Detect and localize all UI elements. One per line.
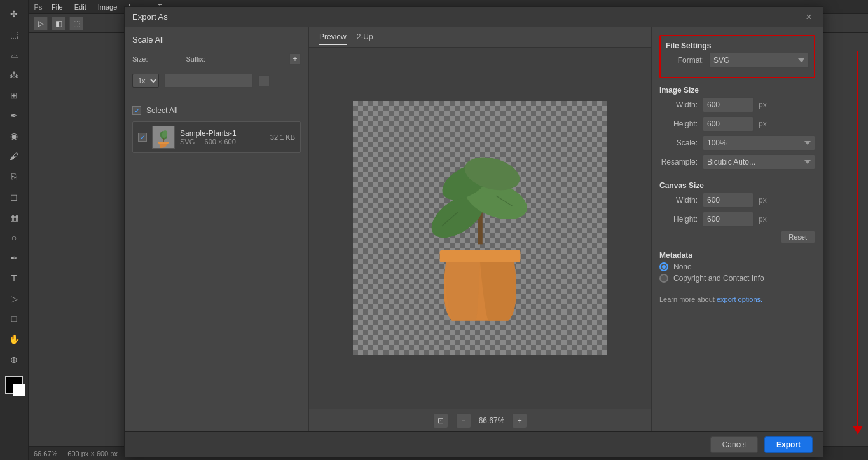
scale-dropdown[interactable]: 1x xyxy=(132,74,159,88)
image-size-section: Image Size Width: 600 px Height: 600 px … xyxy=(659,86,815,173)
crop-tool[interactable]: ⊞ xyxy=(4,86,24,104)
image-height-input[interactable]: 600 xyxy=(703,116,754,132)
lasso-tool[interactable]: ⌓ xyxy=(4,46,24,64)
svg-rect-12 xyxy=(440,250,521,262)
pen-tool[interactable]: ✒ xyxy=(4,249,24,267)
metadata-title: Metadata xyxy=(659,251,815,260)
suffix-input[interactable] xyxy=(164,74,253,88)
shape-tool[interactable]: □ xyxy=(4,310,24,328)
file-thumb-svg xyxy=(153,126,174,148)
zoom-tool[interactable]: ⊕ xyxy=(4,351,24,369)
format-label: Format: xyxy=(666,56,704,65)
format-dropdown[interactable]: SVG xyxy=(709,53,809,68)
gradient-tool[interactable]: ▦ xyxy=(4,208,24,226)
scroll-arrow-head xyxy=(853,426,863,435)
file-size: 32.1 KB xyxy=(270,133,295,141)
dialog-titlebar: Export As × xyxy=(125,7,823,27)
menu-file[interactable]: File xyxy=(46,2,68,12)
checker-background xyxy=(353,101,607,355)
metadata-none-radio[interactable] xyxy=(659,262,668,271)
resample-label: Resample: xyxy=(659,158,698,166)
file-settings-title: File Settings xyxy=(666,41,809,50)
add-scale-button[interactable]: + xyxy=(289,53,301,65)
dodge-tool[interactable]: ○ xyxy=(4,229,24,247)
format-row: Format: SVG xyxy=(666,53,809,68)
canvas-width-unit: px xyxy=(759,196,767,205)
image-height-label: Height: xyxy=(659,119,698,128)
tab-preview[interactable]: Preview xyxy=(319,30,347,45)
scale-row: Scale: 100% xyxy=(659,135,815,151)
radio-inner xyxy=(662,265,666,269)
file-dimensions: 600 × 600 xyxy=(205,138,236,145)
canvas-height-row: Height: px xyxy=(659,212,815,227)
canvas-size-section: Canvas Size Width: px Height: px Reset xyxy=(659,181,815,243)
path-select-tool[interactable]: ▷ xyxy=(4,290,24,308)
right-panel: File Settings Format: SVG Image Size Wid… xyxy=(651,27,823,431)
cancel-button[interactable]: Cancel xyxy=(710,436,758,453)
size-row: 1x − xyxy=(132,74,301,88)
metadata-copyright-radio[interactable] xyxy=(659,274,668,283)
resample-dropdown[interactable]: Bicubic Auto... xyxy=(703,154,815,170)
suffix-label: Suffix: xyxy=(186,55,205,63)
spot-heal-tool[interactable]: ◉ xyxy=(4,127,24,145)
hand-tool[interactable]: ✋ xyxy=(4,330,24,348)
canvas-height-label: Height: xyxy=(659,215,698,224)
scale-dropdown-right[interactable]: 100% xyxy=(703,135,815,151)
magic-wand-tool[interactable]: ⁂ xyxy=(4,66,24,84)
clone-tool[interactable]: ⎘ xyxy=(4,168,24,186)
image-width-label: Width: xyxy=(659,100,698,109)
file-format: SVG xyxy=(180,138,195,145)
svg-rect-4 xyxy=(158,142,169,144)
move-tool[interactable]: ✣ xyxy=(4,5,24,23)
file-info: Sample-Plants-1 SVG 600 × 600 xyxy=(180,129,265,145)
export-as-dialog: Export As × Scale All Size: Suffix: + 1x xyxy=(124,6,823,457)
menu-edit[interactable]: Edit xyxy=(69,2,92,12)
canvas-dimensions: 600 px × 600 px xyxy=(67,450,118,457)
dialog-footer: Cancel Export xyxy=(125,431,823,457)
options-icon: ▷ xyxy=(34,17,48,30)
brush-tool[interactable]: 🖌 xyxy=(4,147,24,165)
zoom-percent: 66.67% xyxy=(479,416,505,425)
eyedropper-tool[interactable]: ✒ xyxy=(4,107,24,125)
metadata-section: Metadata None Copyright and Contact Info xyxy=(659,251,815,285)
dialog-body: Scale All Size: Suffix: + 1x − xyxy=(125,27,823,431)
zoom-out-button[interactable]: − xyxy=(456,413,471,428)
zoom-level: 66.67% xyxy=(34,450,57,457)
export-button[interactable]: Export xyxy=(764,436,813,453)
options-icon-3: ⬚ xyxy=(69,17,83,30)
learn-more-section: Learn more about export options. xyxy=(659,295,815,303)
export-options-link[interactable]: export options. xyxy=(717,295,762,303)
select-all-checkbox[interactable]: ✓ xyxy=(132,106,141,115)
canvas-width-input[interactable] xyxy=(703,193,754,208)
file-item[interactable]: ✓ Sample-Pl xyxy=(132,121,301,153)
fit-to-screen-button[interactable]: ⊡ xyxy=(433,413,448,428)
learn-more-text: Learn more about xyxy=(659,295,715,303)
tab-2up[interactable]: 2-Up xyxy=(357,30,373,45)
type-tool[interactable]: T xyxy=(4,269,24,287)
file-checkbox[interactable]: ✓ xyxy=(138,133,147,142)
menu-image[interactable]: Image xyxy=(93,2,123,12)
image-width-input[interactable]: 600 xyxy=(703,97,754,112)
canvas-width-row: Width: px xyxy=(659,193,815,208)
size-suffix-header: Size: Suffix: + xyxy=(132,53,301,65)
select-all-row: ✓ Select All xyxy=(132,106,301,115)
reset-button[interactable]: Reset xyxy=(780,231,815,243)
preview-tabs: Preview 2-Up xyxy=(309,27,651,48)
image-height-unit: px xyxy=(759,119,767,128)
foreground-color[interactable] xyxy=(5,376,23,394)
dialog-close-button[interactable]: × xyxy=(803,11,815,24)
selection-tool[interactable]: ⬚ xyxy=(4,25,24,43)
left-toolbar: ✣ ⬚ ⌓ ⁂ ⊞ ✒ ◉ 🖌 ⎘ ◻ ▦ ○ ✒ T ▷ □ ✋ ⊕ xyxy=(0,0,29,460)
image-width-unit: px xyxy=(759,100,767,109)
delete-scale-button[interactable]: − xyxy=(258,75,270,86)
metadata-copyright-row: Copyright and Contact Info xyxy=(659,274,815,283)
eraser-tool[interactable]: ◻ xyxy=(4,188,24,206)
file-settings-section: File Settings Format: SVG xyxy=(659,35,815,78)
canvas-height-input[interactable] xyxy=(703,212,754,227)
background-color[interactable] xyxy=(13,384,25,396)
dialog-title: Export As xyxy=(132,12,168,22)
select-all-label: Select All xyxy=(146,106,177,115)
scroll-arrow-line xyxy=(857,51,858,426)
left-panel: Scale All Size: Suffix: + 1x − xyxy=(125,27,309,431)
zoom-in-button[interactable]: + xyxy=(512,413,527,428)
